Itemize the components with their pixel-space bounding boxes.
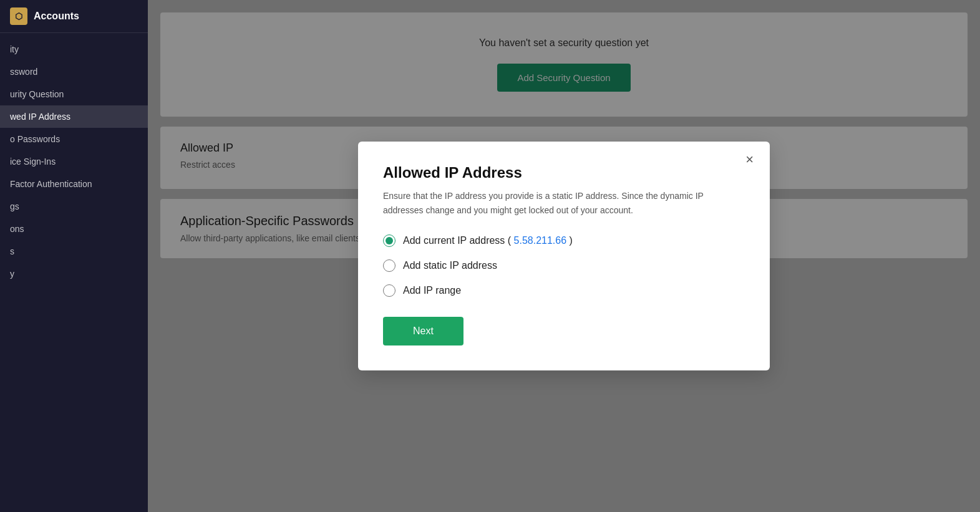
radio-current-ip[interactable] (383, 234, 395, 247)
sidebar-header: ⬡ Accounts (0, 0, 148, 33)
radio-static-ip[interactable] (383, 259, 395, 272)
radio-option-ip-range[interactable]: Add IP range (383, 284, 745, 297)
sidebar-item-app-passwords[interactable]: o Passwords (0, 128, 148, 150)
sidebar-item-label: ity (10, 44, 19, 54)
radio-ip-range[interactable] (383, 284, 395, 297)
sidebar-title: Accounts (34, 11, 79, 22)
sidebar-item-password[interactable]: ssword (0, 60, 148, 83)
sidebar-item-ons[interactable]: ons (0, 218, 148, 240)
sidebar-nav: ity ssword urity Question wed IP Address… (0, 33, 148, 512)
modal-next-button[interactable]: Next (383, 317, 463, 345)
sidebar-item-label: ssword (10, 67, 37, 77)
sidebar-item-label: wed IP Address (10, 112, 70, 122)
allowed-ip-modal: × Allowed IP Address Ensure that the IP … (358, 142, 770, 370)
sidebar-item-factor-auth[interactable]: Factor Authentication (0, 173, 148, 195)
sidebar-item-label: urity Question (10, 89, 64, 99)
main-content: You haven't set a security question yet … (148, 0, 980, 512)
sidebar-item-security-question[interactable]: urity Question (0, 83, 148, 105)
radio-option-static-ip[interactable]: Add static IP address (383, 259, 745, 272)
sidebar-item-label: ice Sign-Ins (10, 157, 56, 167)
sidebar-item-identity[interactable]: ity (0, 38, 148, 60)
sidebar-item-device-sign-ins[interactable]: ice Sign-Ins (0, 150, 148, 173)
ip-address-link[interactable]: 5.58.211.66 (514, 235, 567, 246)
sidebar-item-label: s (10, 246, 14, 256)
sidebar-item-label: Factor Authentication (10, 179, 92, 189)
modal-title: Allowed IP Address (383, 164, 745, 181)
sidebar-item-label: ons (10, 224, 24, 234)
sidebar-item-s[interactable]: s (0, 240, 148, 263)
radio-option-current-ip[interactable]: Add current IP address ( 5.58.211.66 ) (383, 234, 745, 247)
modal-description: Ensure that the IP address you provide i… (383, 189, 745, 217)
modal-close-button[interactable]: × (742, 152, 757, 168)
radio-ip-range-label: Add IP range (403, 285, 461, 296)
modal-overlay: × Allowed IP Address Ensure that the IP … (148, 0, 980, 512)
sidebar-item-label: o Passwords (10, 134, 60, 144)
radio-static-ip-label: Add static IP address (403, 260, 497, 271)
sidebar-item-y[interactable]: y (0, 263, 148, 285)
sidebar-item-allowed-ip[interactable]: wed IP Address (0, 105, 148, 128)
sidebar-item-gs[interactable]: gs (0, 195, 148, 218)
sidebar: ⬡ Accounts ity ssword urity Question wed… (0, 0, 148, 512)
sidebar-item-label: y (10, 269, 14, 279)
app-logo: ⬡ (10, 7, 27, 25)
sidebar-item-label: gs (10, 201, 19, 211)
radio-current-ip-label: Add current IP address ( 5.58.211.66 ) (403, 235, 573, 246)
